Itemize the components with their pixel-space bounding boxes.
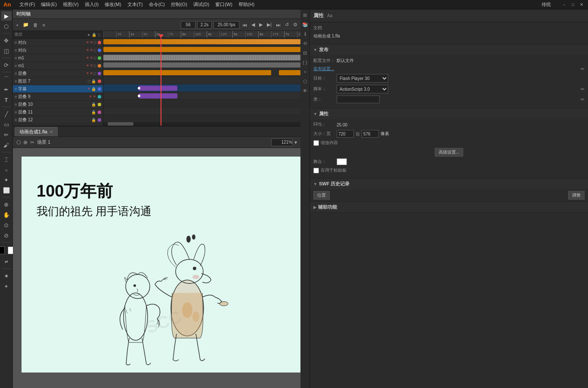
swf-header[interactable]: ▼ SWF 历史记录 bbox=[310, 179, 588, 189]
hand-tool[interactable]: ✋ bbox=[1, 210, 12, 219]
visibility-toggle[interactable]: ✕ bbox=[89, 95, 92, 99]
height-input[interactable] bbox=[362, 130, 379, 138]
brush-tool[interactable]: 🖌 bbox=[1, 140, 12, 150]
frame-number-input[interactable] bbox=[181, 21, 195, 29]
assist-header[interactable]: ▶ 辅助功能 bbox=[310, 202, 588, 212]
close-button[interactable]: ✕ bbox=[579, 2, 585, 8]
menu-file[interactable]: 文件(F) bbox=[19, 1, 35, 8]
camera-tool[interactable]: ⊕ bbox=[1, 200, 12, 209]
zoom-dropdown-button[interactable]: ▾ bbox=[294, 139, 297, 145]
zoom-input[interactable] bbox=[271, 139, 293, 146]
visibility-toggle[interactable]: ✕ bbox=[87, 87, 90, 91]
subselect-tool[interactable]: ⬡ bbox=[1, 22, 12, 31]
outline-toggle[interactable]: □ bbox=[94, 40, 96, 45]
scrollbar-thumb[interactable] bbox=[108, 122, 133, 126]
menu-edit[interactable]: 编辑(E) bbox=[41, 1, 57, 8]
publish-header[interactable]: ▼ 发布 bbox=[310, 44, 588, 55]
script-dropdown[interactable]: ActionScript 3.0 bbox=[337, 85, 388, 93]
menu-command[interactable]: 命令(C) bbox=[149, 1, 165, 8]
width-input[interactable] bbox=[337, 130, 354, 138]
timeline-scrollbar[interactable] bbox=[103, 122, 300, 126]
pen-tool[interactable]: ✒ bbox=[1, 85, 12, 94]
clip-button[interactable]: ✂ bbox=[30, 139, 34, 145]
lock-toggle[interactable]: ✕ bbox=[90, 48, 93, 52]
clipboard-checkbox[interactable] bbox=[313, 168, 319, 173]
folder-layer-button[interactable]: 📁 bbox=[22, 22, 30, 28]
layer-row[interactable]: ≡ 图层 7 □ 🔒 bbox=[13, 77, 103, 85]
3d-rotation-tool[interactable]: ⟳ bbox=[1, 60, 12, 70]
menu-debug[interactable]: 调试(D) bbox=[193, 1, 209, 8]
center-stage-button[interactable]: ⊕ bbox=[23, 139, 28, 145]
lock-toggle[interactable]: ✕ bbox=[90, 71, 93, 75]
layer-row[interactable]: ≡ m1 ✕ ✕ □ bbox=[13, 62, 103, 70]
extra-tool-1[interactable]: ◉ bbox=[1, 271, 12, 280]
gradient-tool[interactable]: ◫ bbox=[1, 46, 12, 55]
publish-edit-icon[interactable]: ✏ bbox=[581, 66, 585, 72]
script-edit-icon[interactable]: ✏ bbox=[581, 86, 585, 92]
lock-icon[interactable]: 🔒 bbox=[91, 87, 96, 91]
outline-toggle[interactable]: □ bbox=[94, 56, 96, 60]
prev-frame-button[interactable]: ◀ bbox=[250, 22, 256, 28]
layer-row[interactable]: ≡ 层叠 10 🔒 bbox=[13, 101, 103, 108]
stage-color-picker[interactable] bbox=[337, 158, 347, 165]
outline-toggle[interactable]: □ bbox=[94, 71, 96, 76]
swap-colors[interactable]: ⇄ bbox=[1, 257, 12, 266]
text-tool[interactable]: T bbox=[1, 95, 12, 105]
minimize-button[interactable]: － bbox=[561, 2, 567, 8]
link-icon[interactable]: ⛓ bbox=[356, 132, 360, 136]
stroke-color[interactable] bbox=[0, 246, 5, 254]
new-layer-button[interactable]: + bbox=[15, 22, 20, 28]
delete-layer-button[interactable]: 🗑 bbox=[32, 22, 39, 28]
back-scene-button[interactable]: ⬡ bbox=[16, 139, 21, 145]
zoom-tool[interactable]: ⊙ bbox=[1, 220, 12, 230]
next-frame-button[interactable]: ▶| bbox=[266, 22, 273, 28]
lock-toggle[interactable]: ✕ bbox=[93, 95, 96, 99]
first-frame-button[interactable]: ⏮ bbox=[241, 22, 248, 28]
stage-canvas-area[interactable]: 100万年前 我们的祖先 用手语沟通 bbox=[13, 148, 300, 388]
lock-icon[interactable]: 🔒 bbox=[91, 102, 96, 107]
last-frame-button[interactable]: ⏭ bbox=[275, 22, 282, 28]
play-button[interactable]: ▶ bbox=[258, 22, 264, 28]
settings-button[interactable]: ⚙ bbox=[292, 22, 299, 28]
menu-view[interactable]: 视图(V) bbox=[63, 1, 79, 8]
transform-icon[interactable]: ⟲ bbox=[301, 40, 309, 47]
bone-tool[interactable]: ⌶ bbox=[1, 154, 12, 164]
maximize-button[interactable]: □ bbox=[570, 2, 576, 8]
visibility-toggle[interactable]: ✕ bbox=[86, 71, 89, 75]
menu-help[interactable]: 帮助(H) bbox=[238, 1, 254, 8]
class-input[interactable] bbox=[337, 95, 380, 103]
lock-icon[interactable]: 🔒 bbox=[91, 118, 96, 122]
lock-icon[interactable]: 🔒 bbox=[91, 110, 96, 114]
component-icon[interactable]: ⬡ bbox=[301, 77, 309, 85]
menu-window[interactable]: 窗口(W) bbox=[215, 1, 232, 8]
layer-mode-button[interactable]: ≡ bbox=[41, 22, 46, 28]
target-dropdown[interactable]: Flash Player 30 bbox=[337, 74, 388, 83]
rect-tool[interactable]: ▭ bbox=[1, 120, 12, 129]
attributes-header[interactable]: ▼ 属性 bbox=[310, 108, 588, 119]
layer-row-selected[interactable]: ≡ 字幕 ✕ 🔒 bbox=[13, 85, 103, 93]
pencil-tool[interactable]: ✏ bbox=[1, 130, 12, 139]
lock-toggle[interactable]: ✕ bbox=[90, 56, 93, 60]
lock-toggle[interactable]: ✕ bbox=[90, 64, 93, 68]
eyedropper2-tool[interactable]: ⊘ bbox=[1, 231, 12, 240]
scale-content-checkbox[interactable] bbox=[313, 140, 319, 146]
loop-button[interactable]: ↺ bbox=[284, 22, 290, 28]
lock-icon[interactable]: 🔒 bbox=[91, 126, 96, 126]
stage-tab-active[interactable]: 动画合成1.fla ✕ bbox=[15, 127, 58, 136]
menu-control[interactable]: 控制(O) bbox=[171, 1, 187, 8]
properties-icon[interactable]: ⊞ bbox=[301, 11, 309, 19]
eyedropper-tool[interactable]: ✦ bbox=[1, 175, 12, 185]
visibility-toggle[interactable]: ✕ bbox=[86, 48, 89, 52]
align-icon[interactable]: ⊟ bbox=[301, 49, 309, 57]
menu-text[interactable]: 文本(T) bbox=[127, 1, 143, 8]
layer-row[interactable]: ≡ 层叠 12 🔒 bbox=[13, 116, 103, 124]
outline-toggle[interactable]: □ bbox=[94, 48, 96, 52]
lock-toggle[interactable]: ✕ bbox=[90, 40, 93, 44]
menu-insert[interactable]: 插入(I) bbox=[85, 1, 99, 8]
menu-modify[interactable]: 修改(M) bbox=[105, 1, 121, 8]
layer-row[interactable]: ≡ 层叠 9 ✕ ✕ bbox=[13, 93, 103, 101]
layer-row[interactable]: ≡ 层叠 ✕ ✕ □ bbox=[13, 70, 103, 77]
layer-row[interactable]: ≡ 层叠 13 🔒 bbox=[13, 124, 103, 126]
lasso-tool[interactable]: ⌒ bbox=[1, 74, 12, 84]
visibility-toggle[interactable]: ✕ bbox=[86, 56, 89, 60]
